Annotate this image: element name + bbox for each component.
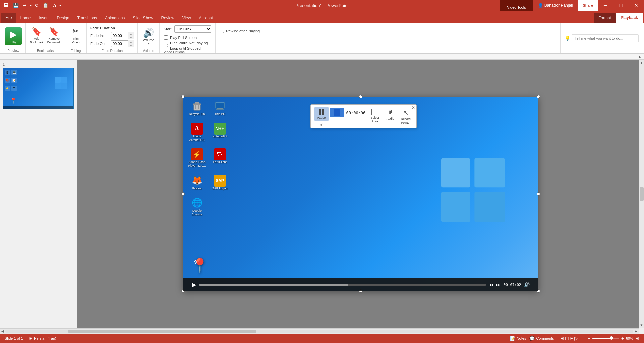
record-pointer-button[interactable]: ↖ RecordPointer [398, 107, 413, 126]
scroll-thumb[interactable] [640, 187, 644, 201]
view-slideshow-btn[interactable]: ▷ [574, 336, 578, 341]
fade-out-down[interactable]: ▼ [128, 44, 134, 47]
comments-button[interactable]: 💬 Comments [529, 336, 554, 341]
desktop-icon-firefox[interactable]: 🦊 Firefox [188, 175, 207, 190]
presentation-btn[interactable]: 📋 [41, 2, 50, 9]
desktop-icon-chrome[interactable]: 🌐 GoogleChrome [188, 197, 207, 216]
tab-playback[interactable]: Playback [616, 13, 643, 23]
stop-button[interactable] [330, 108, 344, 117]
handle-tm[interactable] [359, 95, 362, 98]
hscroll-left-btn[interactable]: ◀ [1, 329, 4, 333]
view-reading-btn[interactable]: ⊟ [570, 336, 574, 341]
redo-btn[interactable]: ↻ [33, 2, 40, 9]
tab-format[interactable]: Format [594, 13, 616, 23]
handle-ml[interactable] [181, 192, 185, 196]
minimize-button[interactable]: ─ [598, 0, 613, 11]
svg-rect-13 [216, 109, 224, 110]
vc-progress-bar[interactable] [199, 284, 486, 286]
ribbon-group-preview: ▶ Play Preview [1, 23, 26, 53]
undo-dropdown[interactable]: ▾ [29, 3, 32, 8]
tab-review[interactable]: Review [157, 13, 178, 23]
close-button[interactable]: ✕ [629, 0, 644, 11]
fade-in-up[interactable]: ▲ [128, 32, 134, 36]
trim-video-button[interactable]: ✂ Trim Video [68, 25, 84, 46]
notes-button[interactable]: 📝 Notes [510, 336, 526, 341]
rewind-option[interactable]: Rewind after Playing [220, 29, 260, 33]
save-btn[interactable]: 💾 [11, 2, 20, 9]
vc-forward-button[interactable]: ⏭ [496, 282, 501, 287]
ribbon-collapse-button[interactable]: ▲ [638, 55, 641, 58]
qat-dropdown[interactable]: ▾ [59, 4, 61, 7]
tab-view[interactable]: View [178, 13, 195, 23]
tell-me-input[interactable] [572, 34, 639, 42]
tab-animations[interactable]: Animations [101, 13, 129, 23]
desktop-icon-flash[interactable]: ⚡ Adobe FlashPlayer 32.0... [188, 148, 207, 168]
tab-design[interactable]: Design [53, 13, 73, 23]
desktop-icon-recycle-bin[interactable]: Recycle Bin [188, 100, 207, 116]
undo-btn[interactable]: ↩ [21, 2, 28, 9]
tab-slideshow[interactable]: Slide Show [129, 13, 157, 23]
maximize-button[interactable]: □ [613, 0, 629, 11]
tab-acrobat[interactable]: Acrobat [195, 13, 217, 23]
share-button[interactable]: Share [578, 0, 598, 11]
start-select[interactable]: On Click Automatically When Clicked On [174, 25, 211, 33]
print-btn[interactable]: 🖨 [51, 2, 59, 9]
zoom-in-btn[interactable]: + [621, 336, 624, 341]
vc-rewind-button[interactable]: ⏮ [489, 282, 493, 287]
svg-rect-16 [441, 192, 470, 222]
scroll-up-btn[interactable]: ▲ [639, 60, 644, 66]
desktop-icon-sap[interactable]: SAP SAP Logon [211, 175, 229, 190]
desktop-icon-notepadpp[interactable]: N++ Notepad++ [211, 123, 229, 142]
fade-in-down[interactable]: ▼ [128, 36, 134, 39]
volume-button[interactable]: 🔊 Volume ▾ [140, 26, 157, 47]
tab-transitions[interactable]: Transitions [73, 13, 101, 23]
fit-to-window-btn[interactable]: ⊞ [635, 336, 639, 341]
video-controls-bar: ▶ ⏮ ⏭ 00:07:02 🔊 [183, 278, 538, 291]
hscroll-right-btn[interactable]: ▶ [635, 329, 637, 333]
fade-in-label: Fade In: [90, 33, 110, 38]
hide-while-playing-option[interactable]: Hide While Not Playing [164, 41, 211, 45]
zoom-thumb[interactable] [610, 336, 613, 340]
zoom-slider[interactable] [592, 338, 619, 339]
tab-insert[interactable]: Insert [35, 13, 53, 23]
tab-file[interactable]: File [1, 13, 16, 23]
slide-panel: 1 🗑 💻 🅐 📝 ⚡ 🛡 [0, 60, 77, 328]
desktop-icon-adobe[interactable]: A AdobeAcrobat DC [188, 123, 207, 142]
loop-checkbox[interactable] [164, 46, 168, 50]
pause-button[interactable]: Pause [314, 107, 329, 121]
audio-button[interactable]: 🎙 Audio [383, 107, 398, 122]
rewind-checkbox[interactable] [220, 29, 224, 33]
tab-home[interactable]: Home [16, 13, 35, 23]
desktop-icon-forti[interactable]: 🛡 FortiClient [211, 148, 229, 168]
vc-right-handle[interactable] [532, 280, 535, 290]
fade-duration-title: Fade Duration [90, 26, 134, 30]
remove-bookmark-button[interactable]: 🔖 Remove Bookmark [46, 25, 62, 46]
play-fullscreen-checkbox[interactable] [164, 35, 168, 40]
zoom-out-btn[interactable]: − [588, 336, 590, 341]
add-bookmark-button[interactable]: 🔖 Add Bookmark [28, 25, 45, 46]
recording-popup-close[interactable]: ✕ [412, 105, 415, 110]
play-fullscreen-option[interactable]: Play Full Screen [164, 35, 211, 40]
svg-rect-6 [193, 104, 201, 105]
fade-out-up[interactable]: ▲ [128, 40, 134, 44]
slide-thumbnail[interactable]: 🗑 💻 🅐 📝 ⚡ 🛡 [3, 68, 74, 109]
vc-volume-button[interactable]: 🔊 [524, 282, 530, 287]
scroll-down-btn[interactable]: ▼ [639, 322, 644, 328]
tell-me-section: 💡 [560, 23, 643, 53]
handle-tr[interactable] [537, 95, 540, 98]
vc-left-handle[interactable] [186, 280, 189, 290]
play-button[interactable]: ▶ Play [5, 27, 22, 45]
slide-info: Slide 1 of 1 [5, 336, 23, 340]
vertical-scrollbar[interactable]: ▲ ▼ [639, 60, 644, 328]
vc-play-button[interactable]: ▶ [192, 281, 196, 288]
view-slide-sorter-btn[interactable]: ⊡ [565, 336, 569, 341]
desktop-icon-this-pc[interactable]: This PC [211, 100, 229, 116]
loop-option[interactable]: Loop until Stopped [164, 46, 211, 50]
horizontal-scrollbar[interactable]: ◀ ▶ [0, 328, 639, 334]
handle-mr[interactable] [537, 192, 540, 196]
hscroll-thumb[interactable] [68, 330, 256, 333]
hide-while-playing-checkbox[interactable] [164, 41, 168, 45]
view-normal-btn[interactable]: ⊞ [560, 336, 564, 341]
select-area-button[interactable]: + SelectArea [367, 107, 382, 125]
handle-tl[interactable] [181, 95, 185, 98]
